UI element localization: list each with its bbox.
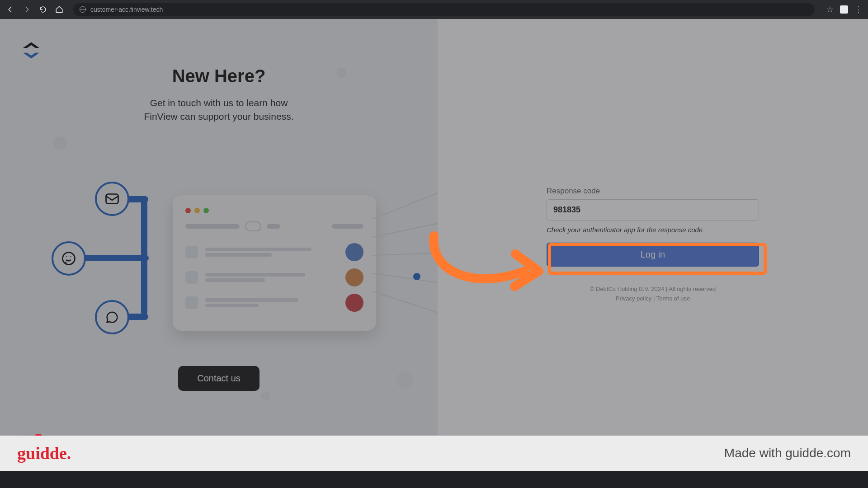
forward-button[interactable] <box>22 5 32 14</box>
whatsapp-icon <box>52 241 86 276</box>
legal-footer: © DebtCo Holding B.V. 2024 | All rights … <box>547 285 759 304</box>
url-text: customer-acc.finview.tech <box>90 6 163 13</box>
reload-button[interactable] <box>38 5 48 14</box>
hero-illustration <box>42 178 395 354</box>
marketing-panel: New Here? Get in touch with us to learn … <box>0 19 438 471</box>
svg-point-1 <box>63 252 75 264</box>
page-title: New Here? <box>27 66 410 86</box>
browser-menu-icon[interactable]: ⋮ <box>854 5 863 14</box>
page-subtitle: Get in touch with us to learn how FinVie… <box>27 96 410 124</box>
browser-toolbar: customer-acc.finview.tech ☆ ⋮ <box>0 0 868 19</box>
address-bar[interactable]: customer-acc.finview.tech <box>73 3 815 16</box>
guidde-footer: guidde. Made with guidde.com <box>0 436 868 471</box>
bookmark-star-icon[interactable]: ☆ <box>826 5 834 14</box>
response-code-input[interactable] <box>547 199 759 221</box>
response-code-label: Response code <box>547 187 759 196</box>
chat-icon <box>95 300 129 334</box>
back-button[interactable] <box>5 5 15 14</box>
made-with-text: Made with guidde.com <box>724 446 851 460</box>
svg-rect-0 <box>106 194 118 203</box>
privacy-link[interactable]: Privacy policy <box>616 295 651 302</box>
globe-icon <box>80 6 86 13</box>
response-code-hint: Check your authenticator app for the res… <box>547 226 759 234</box>
home-button[interactable] <box>54 5 64 14</box>
contact-us-button[interactable]: Contact us <box>178 366 259 391</box>
mail-icon <box>95 182 129 216</box>
guidde-logo: guidde. <box>17 443 71 463</box>
extensions-icon[interactable] <box>840 5 848 14</box>
login-button[interactable]: Log in <box>547 243 759 267</box>
terms-link[interactable]: Terms of use <box>656 295 690 302</box>
finview-logo <box>19 40 43 64</box>
login-panel: Response code Check your authenticator a… <box>438 19 868 471</box>
app-window-illustration <box>173 195 376 331</box>
